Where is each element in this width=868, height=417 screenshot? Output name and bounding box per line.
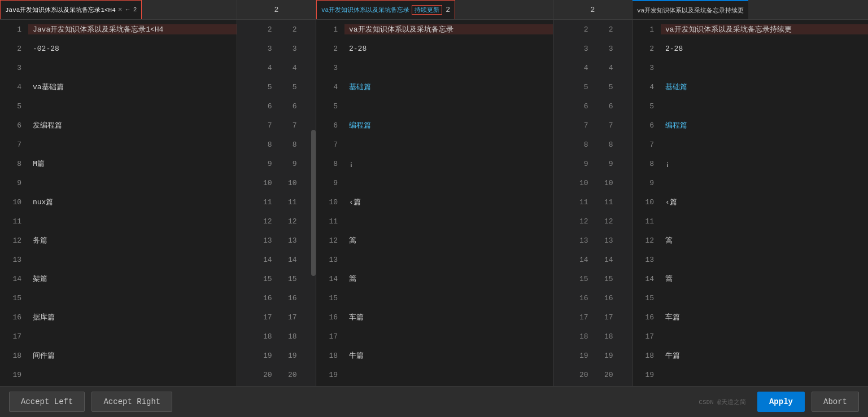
mid-num-right: 11 — [281, 198, 297, 207]
table-row: 55 — [553, 77, 632, 96]
table-row: 8¡ — [633, 154, 868, 173]
line-number: 14 — [0, 275, 28, 283]
line-content: 篙 — [344, 274, 553, 284]
mid-num-right: 12 — [281, 217, 297, 226]
line-content: 篙 — [661, 274, 868, 284]
left-tab[interactable]: Java开发知识体系以及采坑备忘录1<H4 × ← 2 — [0, 0, 142, 20]
mid-num-right: 6 — [597, 102, 613, 111]
mid-num-left: 13 — [256, 236, 272, 245]
table-row: 4基础篇 — [633, 77, 868, 96]
table-row: 19 — [633, 365, 868, 384]
line-content: 车篇 — [661, 312, 868, 322]
mid-num-right: 3 — [597, 45, 613, 53]
mid-num-left: 12 — [573, 217, 588, 226]
mid-num-right: 16 — [597, 294, 613, 302]
table-row: 3 — [633, 58, 868, 77]
modified-tab-label: va开发知识体系以及采坑备忘录持续更 — [637, 6, 744, 15]
line-number: 6 — [633, 121, 661, 130]
original-editor: 1va开发知识体系以及采坑备忘录22-2834基础篇56编程篇78¡910‹篇1… — [316, 20, 553, 386]
table-row: 6发编程篇 — [0, 116, 237, 135]
table-row: 6编程篇 — [316, 116, 553, 135]
mid-num-left: 11 — [573, 198, 588, 207]
table-row: 12篙 — [633, 231, 868, 250]
table-row: 1616 — [237, 288, 316, 308]
modified-tab[interactable]: va开发知识体系以及采坑备忘录持续更 — [633, 0, 748, 20]
mid-num-left: 11 — [256, 198, 272, 207]
table-row: 1717 — [553, 308, 632, 327]
mid-num-right: 5 — [281, 83, 297, 91]
line-number: 1 — [0, 25, 28, 34]
line-content: 2-28 — [661, 45, 868, 53]
line-number: 13 — [633, 256, 661, 264]
mid-num-left: 19 — [256, 352, 272, 360]
line-number: 11 — [0, 217, 28, 226]
line-content: 务篇 — [28, 235, 237, 245]
line-number: 10 — [316, 198, 344, 207]
line-number: 7 — [633, 141, 661, 149]
mid-num-left: 14 — [256, 256, 272, 264]
left-conflict-arrow: ← 2 — [126, 6, 137, 13]
accept-left-button[interactable]: Accept Left — [9, 392, 85, 412]
table-row: 9 — [633, 173, 868, 192]
table-row: 2020 — [237, 365, 316, 384]
mid2-content: 2233445566778899101011111212131314141515… — [553, 20, 632, 386]
table-row: 16车篇 — [633, 308, 868, 327]
mid-num-left: 8 — [573, 141, 588, 149]
mid-num-left: 7 — [573, 121, 588, 130]
table-row: 3 — [0, 58, 237, 77]
table-row: 1313 — [237, 231, 316, 250]
mid-num-left: 5 — [256, 83, 272, 91]
original-tab[interactable]: va开发知识体系以及采坑备忘录 持续更新 2 — [316, 0, 455, 20]
mid-num-right: 10 — [281, 179, 297, 187]
table-row: 1313 — [553, 231, 632, 250]
table-row: 1212 — [237, 212, 316, 231]
mid-num-left: 20 — [256, 371, 272, 379]
line-content: 牛篇 — [344, 350, 553, 361]
mid-num-right: 9 — [597, 160, 613, 168]
mid1-header-num: 2 — [274, 6, 279, 14]
mid-num-left: 4 — [256, 64, 272, 72]
table-row: 3 — [316, 58, 553, 77]
table-row: 1Java开发知识体系以及采坑备忘录1<H4 — [0, 20, 237, 39]
table-row: 1010 — [553, 173, 632, 192]
table-row: 22-28 — [633, 39, 868, 58]
line-number: 4 — [0, 83, 28, 91]
table-row: 9 — [316, 173, 553, 192]
table-row: 18牛篇 — [316, 346, 553, 365]
line-content: 牛篇 — [661, 350, 868, 361]
mid-num-right: 15 — [281, 275, 297, 283]
line-number: 5 — [633, 102, 661, 111]
line-number: 15 — [633, 294, 661, 302]
table-row: 44 — [553, 58, 632, 77]
mid-num-right: 20 — [281, 371, 297, 379]
line-number: 19 — [316, 371, 344, 379]
mid-num-left: 13 — [573, 236, 588, 245]
line-number: 8 — [316, 160, 344, 168]
line-number: 5 — [0, 102, 28, 111]
table-row: 22 — [553, 20, 632, 39]
line-number: 6 — [316, 121, 344, 130]
modified-lines-container: 1va开发知识体系以及采坑备忘录持续更22-2834基础篇56编程篇78¡910… — [633, 20, 868, 386]
apply-button[interactable]: Apply — [757, 392, 805, 412]
mid-num-left: 19 — [573, 352, 588, 360]
mid-num-right: 4 — [281, 64, 297, 72]
line-content: ‹篇 — [661, 197, 868, 207]
table-row: 1616 — [553, 288, 632, 308]
table-row: 1515 — [237, 269, 316, 288]
line-content: va基础篇 — [28, 82, 237, 92]
accept-right-button[interactable]: Accept Right — [91, 392, 172, 412]
mid-num-right: 4 — [597, 64, 613, 72]
line-number: 4 — [633, 83, 661, 91]
line-number: 2 — [633, 45, 661, 53]
line-number: 19 — [0, 371, 28, 379]
table-row: 1010 — [237, 173, 316, 192]
table-row: 2121 — [553, 384, 632, 386]
table-row: 7 — [633, 135, 868, 154]
abort-button[interactable]: Abort — [812, 392, 859, 412]
line-content: Java开发知识体系以及采坑备忘录1<H4 — [28, 24, 237, 34]
line-number: 13 — [0, 256, 28, 264]
left-tab-close[interactable]: × — [118, 6, 123, 14]
line-number: 8 — [633, 160, 661, 168]
original-tab-bar: va开发知识体系以及采坑备忘录 持续更新 2 — [316, 0, 553, 20]
line-number: 9 — [633, 179, 661, 187]
